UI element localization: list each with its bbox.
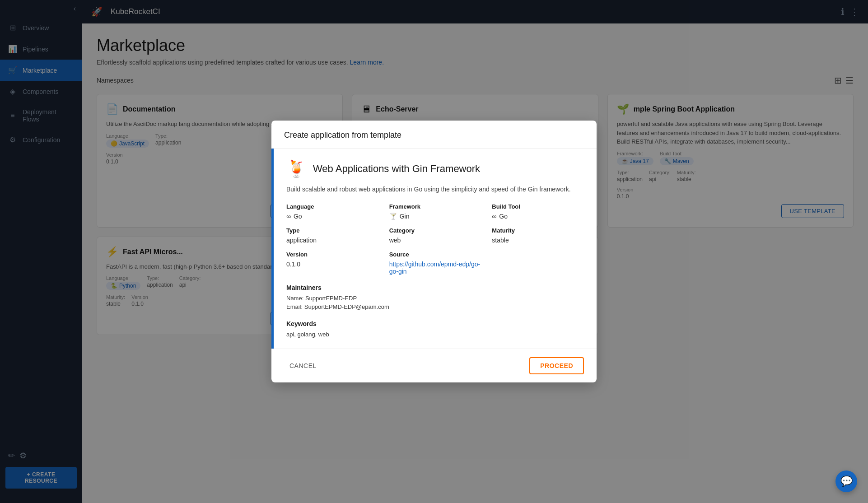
maintainer-name: Name: SupportEPMD-EDP [286,295,584,302]
modal-fields-grid: Language ∞ Go Framework 🍸 Gin [286,203,584,275]
modal-field-build-tool: Build Tool ∞ Go [492,203,584,220]
modal-header: Create application from template [271,121,597,149]
modal-app-header: 🍹 Web Applications with Gin Framework [286,159,584,178]
proceed-button[interactable]: PROCEED [529,357,584,374]
maintainers-title: Maintainers [286,284,584,291]
modal-maintainers-section: Maintainers Name: SupportEPMD-EDP Email:… [286,284,584,310]
modal-field-framework: Framework 🍸 Gin [389,203,481,220]
chat-fab[interactable]: 💬 [835,470,857,492]
source-link[interactable]: https://github.com/epmd-edp/go-go-gin [389,261,481,275]
keywords-title: Keywords [286,320,584,327]
modal-app-description: Build scalable and robust web applicatio… [286,185,584,194]
modal-field-maturity: Maturity stable [492,227,584,244]
cancel-button[interactable]: CANCEL [284,359,322,373]
modal-app-title: Web Applications with Gin Framework [313,163,480,175]
go-icon: ∞ [286,213,291,220]
maintainer-email: Email: SupportEPMD-EDP@epam.com [286,303,584,310]
modal-dialog: Create application from template 🍹 Web A… [271,121,597,382]
modal-app-icon: 🍹 [286,159,307,178]
modal-title: Create application from template [284,130,401,140]
modal-body: 🍹 Web Applications with Gin Framework Bu… [271,149,597,349]
modal-overlay: Create application from template 🍹 Web A… [0,0,868,503]
modal-field-version: Version 0.1.0 [286,251,378,275]
chat-icon: 💬 [840,475,853,487]
modal-field-category: Category web [389,227,481,244]
keywords-value: api, golang, web [286,331,584,338]
build-icon: ∞ [492,213,496,220]
modal-field-type: Type application [286,227,378,244]
modal-footer: CANCEL PROCEED [271,349,597,382]
modal-keywords-section: Keywords api, golang, web [286,320,584,338]
modal-field-language: Language ∞ Go [286,203,378,220]
gin-icon: 🍸 [389,213,397,220]
modal-content: 🍹 Web Applications with Gin Framework Bu… [274,149,597,349]
modal-field-source: Source https://github.com/epmd-edp/go-go… [389,251,481,275]
